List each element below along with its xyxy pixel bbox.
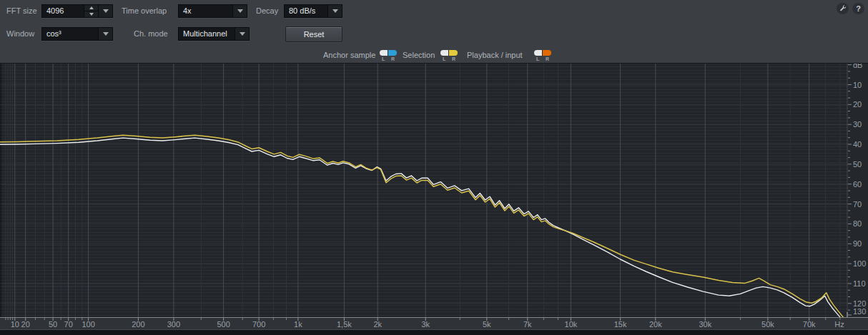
svg-text:110: 110 (853, 279, 866, 288)
fft-size-label: FFT size (6, 4, 37, 18)
chevron-down-icon (332, 9, 338, 13)
selection-right-channel-swatch (449, 50, 458, 56)
spectrum-curves (0, 64, 848, 318)
svg-text:40: 40 (853, 140, 862, 149)
svg-text:200: 200 (132, 320, 144, 329)
chevron-down-icon (103, 32, 109, 36)
svg-text:15k: 15k (614, 320, 627, 329)
anchor-sample-chip[interactable]: LR (380, 50, 397, 61)
wrench-icon (839, 4, 847, 12)
decay-label: Decay (256, 4, 278, 18)
svg-text:30k: 30k (699, 320, 711, 329)
svg-text:80: 80 (853, 219, 862, 228)
anchor-left-channel-swatch (380, 50, 388, 56)
db-axis: dB102030405060708090100110120130 (848, 63, 868, 317)
db-axis-ticks: dB102030405060708090100110120130 (848, 64, 868, 318)
channel-l-label: L (536, 56, 539, 61)
svg-text:10k: 10k (565, 320, 578, 329)
channel-l-label: L (382, 56, 385, 61)
channel-r-label: R (391, 56, 395, 61)
ch-mode-combo[interactable]: Multichannel (178, 27, 250, 41)
channel-r-label: R (546, 56, 549, 61)
legend-selection-label: Selection (403, 49, 435, 61)
svg-text:500: 500 (217, 320, 230, 329)
chevron-down-icon (103, 9, 109, 13)
window-value: cos³ (42, 28, 98, 40)
window-label: Window (6, 27, 34, 41)
fft-size-value: 4096 (42, 5, 84, 17)
playback-right-channel-swatch (543, 50, 551, 56)
svg-text:90: 90 (853, 239, 862, 248)
spin-down-icon (89, 13, 94, 16)
svg-text:50k: 50k (761, 320, 774, 329)
fft-size-dropdown-button[interactable] (98, 5, 112, 17)
svg-text:dB: dB (853, 64, 862, 69)
svg-text:70k: 70k (803, 320, 816, 329)
fft-size-combo[interactable]: 4096 (41, 4, 113, 18)
frequency-axis-ticks: 102050701002003005007001k1,5k2k3k5k7k10k… (0, 317, 868, 329)
svg-text:130: 130 (853, 307, 866, 316)
anchor-right-channel-swatch (388, 50, 397, 56)
svg-text:60: 60 (853, 180, 862, 189)
svg-text:120: 120 (853, 299, 866, 308)
svg-text:3k: 3k (421, 320, 430, 329)
fft-size-spin-up[interactable] (84, 5, 98, 11)
svg-text:20k: 20k (649, 320, 662, 329)
svg-text:50: 50 (853, 160, 862, 169)
svg-text:10: 10 (11, 320, 19, 329)
fft-size-spinner (84, 5, 98, 17)
svg-text:300: 300 (167, 320, 180, 329)
svg-text:Hz: Hz (834, 320, 844, 329)
spin-up-icon (89, 6, 94, 9)
channel-l-label: L (443, 56, 445, 61)
time-overlap-dropdown-button[interactable] (232, 5, 247, 17)
fft-size-spin-down[interactable] (84, 11, 98, 17)
selection-chip[interactable]: LR (440, 50, 458, 61)
selection-left-channel-swatch (440, 50, 449, 56)
ch-mode-value: Multichannel (179, 28, 235, 40)
spectrum-plot[interactable] (0, 63, 848, 317)
svg-text:10: 10 (853, 81, 862, 89)
svg-text:20: 20 (21, 320, 30, 329)
svg-text:1,5k: 1,5k (337, 320, 352, 329)
svg-text:1k: 1k (294, 320, 302, 329)
decay-dropdown-button[interactable] (327, 5, 342, 17)
decay-value: 80 dB/s (285, 5, 327, 17)
help-button[interactable]: ? (852, 2, 864, 14)
reset-button[interactable]: Reset (285, 26, 342, 42)
window-combo[interactable]: cos³ (41, 27, 113, 41)
channel-r-label: R (452, 56, 455, 61)
svg-text:100: 100 (853, 259, 866, 268)
window-dropdown-button[interactable] (98, 28, 112, 40)
svg-text:70: 70 (64, 320, 73, 329)
svg-text:70: 70 (853, 200, 862, 209)
bottom-edge-bar (0, 329, 868, 335)
svg-text:7k: 7k (523, 320, 532, 329)
svg-text:20: 20 (853, 100, 862, 109)
svg-text:700: 700 (252, 320, 265, 329)
svg-text:50: 50 (49, 320, 57, 329)
chevron-down-icon (240, 32, 245, 36)
frequency-axis: 102050701002003005007001k1,5k2k3k5k7k10k… (0, 317, 868, 329)
time-overlap-value: 4x (179, 5, 232, 17)
spectrum-analyzer-window: FFT size 4096 Time overlap 4x Decay 80 d… (0, 0, 868, 335)
settings-button[interactable] (837, 2, 849, 14)
playback-left-channel-swatch (534, 50, 543, 56)
svg-text:30: 30 (853, 120, 862, 129)
question-mark-icon: ? (856, 4, 861, 13)
ch-mode-label: Ch. mode (134, 27, 168, 41)
svg-text:100: 100 (82, 320, 94, 329)
time-overlap-label: Time overlap (122, 4, 167, 18)
playback-input-chip[interactable]: LR (534, 50, 551, 61)
chevron-down-icon (237, 9, 243, 13)
decay-combo[interactable]: 80 dB/s (284, 4, 342, 18)
svg-text:5k: 5k (483, 320, 491, 329)
ch-mode-dropdown-button[interactable] (235, 28, 249, 40)
svg-text:2k: 2k (373, 320, 382, 329)
legend-playback-input-label: Playback / input (467, 49, 523, 61)
legend-anchor-sample-label: Anchor sample (323, 49, 375, 61)
time-overlap-combo[interactable]: 4x (178, 4, 247, 18)
